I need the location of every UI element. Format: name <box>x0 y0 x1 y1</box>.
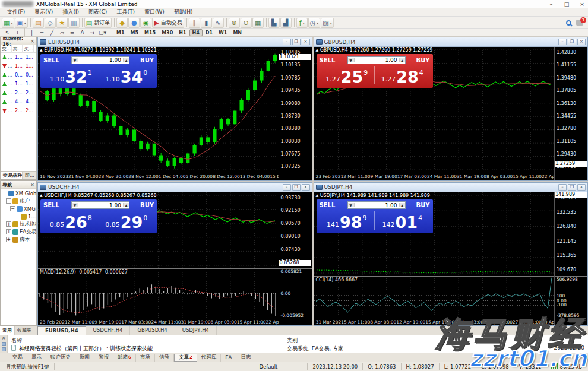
toolbar-button[interactable]: ▦ <box>252 18 264 28</box>
timeframe-button[interactable]: D1 <box>203 29 216 36</box>
market-watch-column-header[interactable]: 卖... <box>12 45 23 53</box>
menu-item[interactable]: 文件(F) <box>2 8 30 16</box>
timeframe-button[interactable]: W1 <box>216 29 230 36</box>
terminal-tab[interactable]: 警报 <box>94 354 113 362</box>
toolbar-button[interactable]: ● <box>128 18 140 28</box>
time-axis[interactable]: 31 Mar 20215 Apr 11:008 Apr 03:0012 Apr … <box>314 318 555 325</box>
buy-button[interactable]: BUY <box>131 202 154 208</box>
market-watch-row[interactable]: ... 0... 0... <box>1 71 36 80</box>
terminal-dock-icon[interactable] <box>2 342 6 346</box>
chart-close-button[interactable]: × <box>577 39 586 45</box>
toolbar-button[interactable]: ▮ <box>201 18 212 28</box>
sell-price[interactable]: 1.27259 <box>320 64 375 86</box>
menu-item[interactable]: 帮助(H) <box>169 8 198 16</box>
price-axis[interactable]: 0.937300.921500.905700.890100.874300.858… <box>279 192 312 326</box>
toolbar-button[interactable]: ⊖ <box>241 18 252 28</box>
terminal-tab[interactable]: 市场 <box>136 354 155 362</box>
column-header-category[interactable]: 类别 <box>287 337 298 344</box>
navigator-tree-item[interactable]: − XMG <box>1 205 36 213</box>
buy-price[interactable]: 0.85290 <box>99 210 154 232</box>
terminal-tab[interactable]: 代码库 <box>197 354 222 362</box>
navigator-tree-item[interactable]: − 账户 <box>1 197 36 205</box>
timeframe-button[interactable]: H4 <box>189 29 203 36</box>
toolbar-button[interactable]: ⊕ <box>229 18 240 28</box>
price-axis[interactable]: 1.428301.411551.394801.378051.361301.344… <box>554 47 587 180</box>
chart-titlebar[interactable]: EURUSD,H4 – ❐ × <box>38 37 312 47</box>
buy-button[interactable]: BUY <box>407 57 430 64</box>
notifications-icon[interactable]: 1 <box>576 20 583 26</box>
volume-up-icon[interactable]: ▲ <box>399 58 405 62</box>
status-profile[interactable]: Default <box>254 363 308 370</box>
toolbar-button[interactable]: ▶ 自动交易 <box>152 18 184 28</box>
market-watch-row[interactable]: ... 1... 1... <box>1 53 36 62</box>
chart-titlebar[interactable]: USDCHF,H4 – ❐ × <box>38 183 312 192</box>
toolbar-button[interactable]: ∥ <box>189 18 200 28</box>
price-axis[interactable]: 1.104851.101351.097851.094351.090801.087… <box>279 47 312 180</box>
sell-button[interactable]: SELL <box>320 57 346 64</box>
sell-price[interactable]: 0.85268 <box>43 210 99 232</box>
navigator-tab[interactable]: 收藏夹 <box>15 326 34 335</box>
terminal-tab[interactable]: 信号 <box>155 354 174 362</box>
volume-dropdown-icon[interactable]: ▼ <box>348 58 355 62</box>
terminal-dock-icon[interactable] <box>2 347 6 351</box>
chart-restore-button[interactable]: ❐ <box>292 184 301 191</box>
volume-dropdown-icon[interactable]: ▼ <box>348 203 355 207</box>
chart-tab[interactable]: GBPUSD,H4 <box>130 326 175 335</box>
chart-close-button[interactable]: × <box>302 184 310 191</box>
chart-tab[interactable]: USDJPY,H4 <box>175 326 217 335</box>
terminal-tab[interactable]: 日志 <box>236 354 255 362</box>
market-watch-column-header[interactable]: 交... <box>1 45 12 53</box>
price-chart[interactable]: ▲ EURUSD,H4 1.10279 1.10392 1.10241 1.10… <box>38 47 279 173</box>
chart-titlebar[interactable]: USDJPY,H4 – ❐ × <box>314 183 588 192</box>
drawing-tool-button[interactable]: ↖ <box>2 29 12 36</box>
timeframe-button[interactable]: M15 <box>141 29 159 36</box>
drawing-tool-button[interactable]: A <box>77 29 87 36</box>
sell-price[interactable]: 1.10321 <box>43 64 99 86</box>
navigator-tree-item[interactable]: + 脚本 <box>1 236 36 243</box>
volume-field[interactable]: ▼ 1.00 ▲ <box>71 201 129 209</box>
sell-button[interactable]: SELL <box>320 202 346 208</box>
volume-up-icon[interactable]: ▲ <box>399 203 405 207</box>
close-icon[interactable]: × <box>30 39 34 44</box>
terminal-close-icon[interactable]: × <box>2 336 6 341</box>
buy-price[interactable]: 1.27284 <box>375 64 430 86</box>
market-watch-column-header[interactable]: 买... <box>23 45 34 53</box>
chart-close-button[interactable]: × <box>302 39 310 45</box>
chart-minimize-button[interactable]: – <box>558 184 567 191</box>
drawing-tool-button[interactable]: ⇝ <box>87 29 97 36</box>
market-watch-tab[interactable]: 即... <box>23 172 36 179</box>
terminal-tab[interactable]: 展示 <box>27 354 46 362</box>
drawing-tool-button[interactable]: + <box>12 29 23 36</box>
drawing-tool-button[interactable]: ─ <box>37 29 47 36</box>
tree-expand-icon[interactable]: + <box>6 237 11 242</box>
buy-price[interactable]: 1.10340 <box>99 64 154 86</box>
navigator-tab[interactable]: 常用 <box>0 326 15 335</box>
drawing-tool-button[interactable]: ▱ <box>57 29 67 36</box>
volume-dropdown-icon[interactable]: ▼ <box>72 58 78 62</box>
timeframe-button[interactable]: M1 <box>113 29 128 36</box>
chart-restore-button[interactable]: ❐ <box>292 39 301 45</box>
toolbar-button[interactable]: ▥ <box>68 18 80 28</box>
timeframe-button[interactable]: M5 <box>128 29 142 36</box>
timeframe-button[interactable]: M30 <box>159 29 176 36</box>
buy-price[interactable]: 142014 <box>375 210 430 232</box>
drawing-tool-button[interactable]: ▢ ▾ <box>97 29 108 36</box>
navigator-tree-item[interactable]: 1... <box>1 213 36 220</box>
time-axis[interactable]: 16 Nov 202321 Nov 04:0023 Nov 20:0028 No… <box>38 173 279 180</box>
chart-minimize-button[interactable]: – <box>283 184 291 191</box>
timeframe-button[interactable]: MN <box>230 29 245 36</box>
volume-dropdown-icon[interactable]: ▼ <box>72 203 78 207</box>
volume-up-icon[interactable]: ▲ <box>123 203 129 207</box>
terminal-tab[interactable]: 交易 <box>8 354 27 362</box>
menu-item[interactable]: 插入(I) <box>58 8 84 16</box>
chart-tab[interactable]: EURUSD,H4 <box>37 326 86 335</box>
toolbar-button[interactable]: ▣ ▾ <box>15 18 27 28</box>
terminal-tab[interactable]: 新闻 <box>75 354 94 362</box>
market-watch-row[interactable]: ... 1... 1... <box>1 80 36 88</box>
menu-item[interactable]: 显示(V) <box>30 8 58 16</box>
drawing-tool-button[interactable]: | <box>27 29 37 36</box>
chart-restore-button[interactable]: ❐ <box>568 39 576 45</box>
market-watch-row[interactable]: ... 2... 2... <box>1 88 36 97</box>
close-icon[interactable]: × <box>30 182 34 188</box>
navigator-tree-item[interactable]: XM Global <box>1 189 36 197</box>
